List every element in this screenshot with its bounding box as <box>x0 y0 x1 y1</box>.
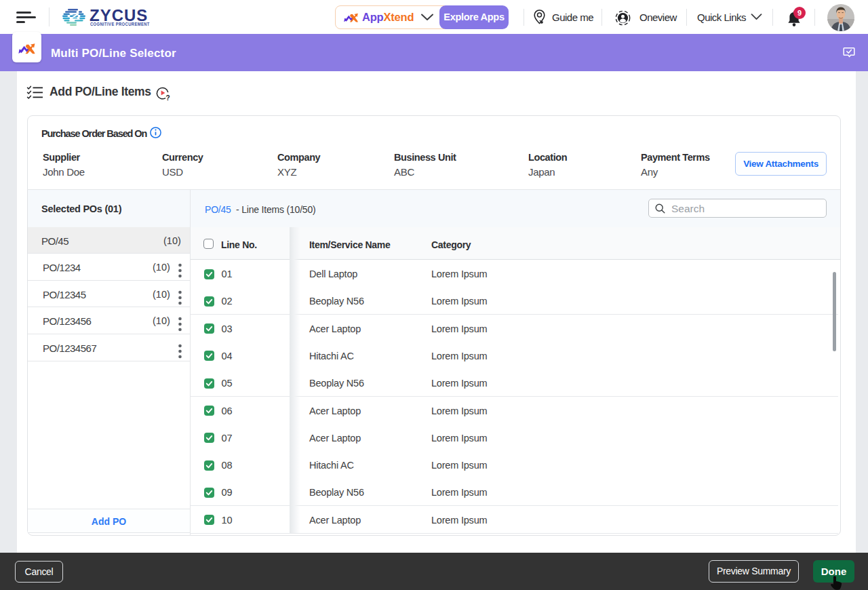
svg-text:?: ? <box>166 94 170 101</box>
